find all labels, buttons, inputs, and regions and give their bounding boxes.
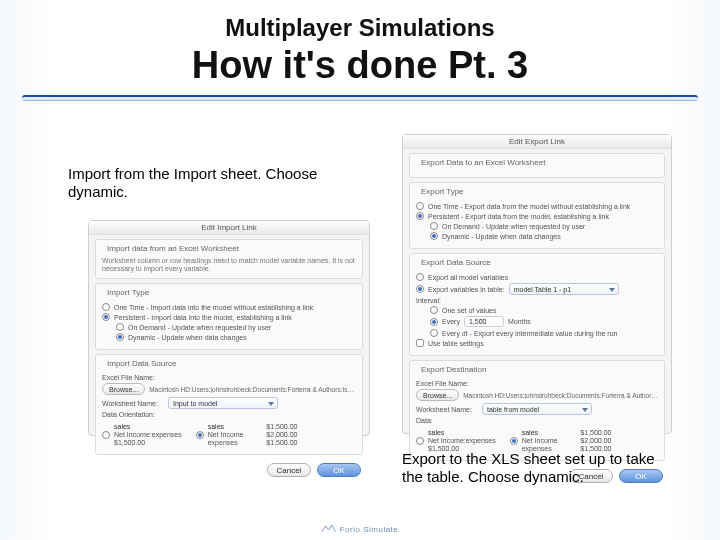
radio-icon (416, 273, 424, 281)
title-divider (22, 95, 698, 101)
export-dest-heading: Export Destination (418, 365, 489, 374)
import-type-dynamic-label: Dynamic - Update when data changes (128, 334, 247, 341)
import-type-onetime[interactable]: One Time - Import data into the model wi… (102, 303, 356, 311)
import-source-heading: Import Data Source (104, 359, 179, 368)
import-section-header: Import data from an Excel Worksheet Work… (95, 239, 363, 279)
export-type-dynamic[interactable]: Dynamic - Update when data changes (430, 232, 658, 240)
slide-title: How it's done Pt. 3 (0, 44, 720, 87)
export-worksheet-select[interactable]: table from model (482, 403, 592, 415)
export-source-section: Export Data Source Export all model vari… (409, 253, 665, 356)
radio-icon (416, 285, 424, 293)
radio-icon (430, 232, 438, 240)
export-orientation-row[interactable]: sales Net Income:expenses $1,500.00 (416, 429, 496, 452)
export-type-section: Export Type One Time - Export data from … (409, 182, 665, 249)
radio-icon (430, 306, 438, 314)
export-worksheet-label: Worksheet Name: (416, 406, 478, 413)
import-worksheet-select[interactable]: Input to model (168, 397, 278, 409)
radio-icon (416, 437, 424, 445)
export-dest-section: Export Destination Excel File Name: Brow… (409, 360, 665, 461)
logo-text: Forio Simulate (340, 525, 399, 534)
export-table-select[interactable]: model Table 1 - p1 (509, 283, 619, 295)
export-target-section: Export Data to an Excel Worksheet (409, 153, 665, 178)
export-data-label: Data: (416, 417, 478, 424)
export-dialog: Edit Export Link Export Data to an Excel… (402, 134, 672, 434)
radio-icon (416, 212, 424, 220)
import-dialog: Edit Import Link Import data from an Exc… (88, 220, 370, 436)
import-worksheet-label: Worksheet Name: (102, 400, 164, 407)
footer-logo: Forio Simulate (322, 524, 399, 534)
export-type-persistent[interactable]: Persistent - Export data from the model,… (416, 212, 658, 220)
import-file-path: Macintosh HD:Users:johnstrohbeck:Documen… (149, 386, 356, 393)
export-orientation-col[interactable]: sales Net Income expenses $1,500.00 $2,0… (510, 429, 612, 452)
radio-icon (430, 318, 438, 326)
import-window-title: Edit Import Link (89, 221, 369, 235)
export-use-table-settings[interactable]: Use table settings (416, 339, 658, 347)
import-type-dynamic[interactable]: Dynamic - Update when data changes (116, 333, 356, 341)
export-file-label: Excel File Name: (416, 380, 478, 387)
caption-import: Import from the Import sheet. Choose dyn… (68, 165, 328, 201)
export-window-title: Edit Export Link (403, 135, 671, 149)
export-interval-everydt[interactable]: Every dt - Export every intermediate val… (430, 329, 658, 337)
import-type-section: Import Type One Time - Import data into … (95, 283, 363, 350)
import-orientation-col[interactable]: sales Net Income expenses $1,500.00 $2,0… (196, 423, 298, 446)
import-type-ondemand-label: On Demand - Update when requested by use… (128, 324, 271, 331)
title-block: Multiplayer Simulations How it's done Pt… (0, 0, 720, 87)
import-orientation-row[interactable]: sales Net Income:expenses $1,500.00 (102, 423, 182, 446)
export-browse-button[interactable]: Browse... (416, 389, 459, 401)
import-type-persistent-label: Persistent - Import data into the model,… (114, 314, 292, 321)
import-ok-button[interactable]: OK (317, 463, 361, 477)
radio-icon (102, 431, 110, 439)
radio-icon (416, 202, 424, 210)
logo-icon (322, 524, 336, 534)
export-file-path: Macintosh HD:Users:johnstrohbeck:Documen… (463, 392, 658, 399)
import-type-onetime-label: One Time - Import data into the model wi… (114, 304, 313, 311)
import-browse-button[interactable]: Browse... (102, 383, 145, 395)
export-all-vars[interactable]: Export all model variables (416, 273, 658, 281)
radio-icon (102, 303, 110, 311)
slide-subtitle: Multiplayer Simulations (0, 14, 720, 42)
export-source-heading: Export Data Source (418, 258, 494, 267)
caption-export: Export to the XLS sheet set up to take t… (402, 450, 672, 486)
import-type-persistent[interactable]: Persistent - Import data into the model,… (102, 313, 356, 321)
checkbox-icon (416, 339, 424, 347)
radio-icon (510, 437, 518, 445)
export-vars-in-table[interactable]: Export variables in table: model Table 1… (416, 283, 658, 295)
import-file-label: Excel File Name: (102, 374, 164, 381)
import-cancel-button[interactable]: Cancel (267, 463, 311, 477)
import-type-heading: Import Type (104, 288, 152, 297)
export-type-heading: Export Type (418, 187, 467, 196)
import-worksheet-value: Input to model (173, 400, 217, 407)
import-source-section: Import Data Source Excel File Name: Brow… (95, 354, 363, 455)
export-interval-oneset[interactable]: One set of values (430, 306, 658, 314)
export-type-ondemand[interactable]: On Demand - Update when requested by use… (430, 222, 658, 230)
export-type-onetime[interactable]: One Time - Export data from the model wi… (416, 202, 658, 210)
import-type-ondemand[interactable]: On Demand - Update when requested by use… (116, 323, 356, 331)
radio-icon (116, 323, 124, 331)
slide: Multiplayer Simulations How it's done Pt… (0, 0, 720, 540)
export-interval-every[interactable]: Every 1,500 Months (430, 316, 658, 327)
import-orientation-label: Data Orientation: (102, 411, 164, 418)
export-every-value[interactable]: 1,500 (464, 316, 504, 327)
radio-icon (116, 333, 124, 341)
import-footer: Cancel OK (89, 459, 369, 483)
import-hint: Worksheet column or row headings need to… (102, 257, 356, 272)
radio-icon (430, 329, 438, 337)
import-heading: Import data from an Excel Worksheet (104, 244, 242, 253)
radio-icon (430, 222, 438, 230)
export-target-heading: Export Data to an Excel Worksheet (418, 158, 548, 167)
radio-icon (196, 431, 204, 439)
radio-icon (102, 313, 110, 321)
export-interval-label: Interval: (416, 297, 478, 304)
